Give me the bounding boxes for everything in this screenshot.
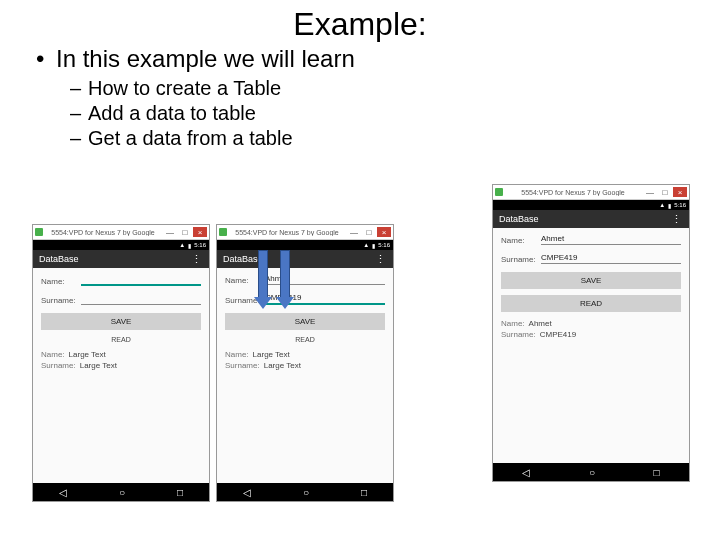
form-area: Name: Surname: <box>33 268 209 305</box>
form-area: Name: Ahmet Surname: CMPE419 <box>493 228 689 264</box>
window-titlebar: 5554:VPD for Nexus 7 by Google — □ × <box>493 185 689 200</box>
output-surname-row: Surname: Large Text <box>33 360 209 371</box>
surname-label: Surname: <box>41 296 77 305</box>
output-name-row: Name: Large Text <box>33 349 209 360</box>
output-name-row: Name: Large Text <box>217 349 393 360</box>
nav-recent-icon[interactable]: □ <box>361 487 367 498</box>
window-buttons: — □ × <box>643 187 687 197</box>
overflow-icon[interactable]: ⋮ <box>375 253 387 266</box>
bullet-lvl1: In this example we will learn <box>56 45 720 73</box>
name-input[interactable]: Ahmet <box>541 234 681 245</box>
minimize-button[interactable]: — <box>163 227 177 237</box>
nav-recent-icon[interactable]: □ <box>654 467 660 478</box>
android-icon <box>35 228 43 236</box>
out-surname-value: Large Text <box>264 361 301 370</box>
output-surname-row: Surname: Large Text <box>217 360 393 371</box>
read-button[interactable]: READ <box>501 295 681 312</box>
battery-icon: ▮ <box>372 242 375 249</box>
emulator-phone-2: 5554:VPD for Nexus 7 by Google — □ × ▲ ▮… <box>216 224 394 502</box>
android-icon <box>219 228 227 236</box>
close-button[interactable]: × <box>193 227 207 237</box>
out-surname-label: Surname: <box>501 330 536 339</box>
window-title: 5554:VPD for Nexus 7 by Google <box>503 189 643 196</box>
battery-icon: ▮ <box>668 202 671 209</box>
app-title: DataBase <box>223 254 263 264</box>
out-surname-label: Surname: <box>41 361 76 370</box>
minimize-button[interactable]: — <box>643 187 657 197</box>
nav-bar: ◁ ○ □ <box>33 483 209 501</box>
app-title: DataBase <box>39 254 79 264</box>
nav-bar: ◁ ○ □ <box>493 463 689 481</box>
nav-recent-icon[interactable]: □ <box>177 487 183 498</box>
surname-label: Surname: <box>501 255 537 264</box>
overflow-icon[interactable]: ⋮ <box>671 213 683 226</box>
save-button[interactable]: SAVE <box>225 313 385 330</box>
bullet-lvl2: Get a data from a table <box>88 127 720 150</box>
maximize-button[interactable]: □ <box>658 187 672 197</box>
bullet-lvl2: Add a data to table <box>88 102 720 125</box>
status-bar: ▲ ▮ 5:16 <box>217 240 393 250</box>
arrow-down-icon <box>258 250 268 300</box>
nav-home-icon[interactable]: ○ <box>303 487 309 498</box>
window-title: 5554:VPD for Nexus 7 by Google <box>43 229 163 236</box>
signal-icon: ▲ <box>179 242 185 248</box>
form-area: Name: Ahmet Surname: CMPE419 <box>217 268 393 305</box>
surname-input[interactable]: CMPE419 <box>541 253 681 264</box>
close-button[interactable]: × <box>377 227 391 237</box>
slide-title: Example: <box>0 6 720 43</box>
window-buttons: — □ × <box>163 227 207 237</box>
slide: Example: In this example we will learn H… <box>0 6 720 540</box>
status-bar: ▲ ▮ 5:16 <box>493 200 689 210</box>
bullet-lvl2: How to create a Table <box>88 77 720 100</box>
save-button[interactable]: SAVE <box>501 272 681 289</box>
close-button[interactable]: × <box>673 187 687 197</box>
out-name-label: Name: <box>41 350 65 359</box>
status-time: 5:16 <box>674 202 686 208</box>
maximize-button[interactable]: □ <box>178 227 192 237</box>
name-field-row: Name: Ahmet <box>225 274 385 285</box>
out-surname-value: Large Text <box>80 361 117 370</box>
read-button[interactable]: READ <box>217 336 393 343</box>
output-surname-row: Surname: CMPE419 <box>493 329 689 340</box>
maximize-button[interactable]: □ <box>362 227 376 237</box>
read-button[interactable]: READ <box>33 336 209 343</box>
overflow-icon[interactable]: ⋮ <box>191 253 203 266</box>
status-time: 5:16 <box>378 242 390 248</box>
surname-field-row: Surname: CMPE419 <box>225 293 385 305</box>
nav-back-icon[interactable]: ◁ <box>243 487 251 498</box>
app-bar: DataBase ⋮ <box>217 250 393 268</box>
out-name-value: Ahmet <box>529 319 552 328</box>
save-button[interactable]: SAVE <box>41 313 201 330</box>
nav-home-icon[interactable]: ○ <box>119 487 125 498</box>
surname-input[interactable] <box>81 294 201 305</box>
out-surname-value: CMPE419 <box>540 330 576 339</box>
status-bar: ▲ ▮ 5:16 <box>33 240 209 250</box>
signal-icon: ▲ <box>363 242 369 248</box>
app-bar: DataBase ⋮ <box>33 250 209 268</box>
out-name-value: Large Text <box>69 350 106 359</box>
surname-field-row: Surname: <box>41 294 201 305</box>
out-surname-label: Surname: <box>225 361 260 370</box>
nav-home-icon[interactable]: ○ <box>589 467 595 478</box>
minimize-button[interactable]: — <box>347 227 361 237</box>
battery-icon: ▮ <box>188 242 191 249</box>
emulator-phone-1: 5554:VPD for Nexus 7 by Google — □ × ▲ ▮… <box>32 224 210 502</box>
status-time: 5:16 <box>194 242 206 248</box>
output-name-row: Name: Ahmet <box>493 318 689 329</box>
window-titlebar: 5554:VPD for Nexus 7 by Google — □ × <box>217 225 393 240</box>
signal-icon: ▲ <box>659 202 665 208</box>
name-input[interactable] <box>81 274 201 286</box>
surname-field-row: Surname: CMPE419 <box>501 253 681 264</box>
window-title: 5554:VPD for Nexus 7 by Google <box>227 229 347 236</box>
nav-bar: ◁ ○ □ <box>217 483 393 501</box>
emulator-phone-3: 5554:VPD for Nexus 7 by Google — □ × ▲ ▮… <box>492 184 690 482</box>
name-field-row: Name: <box>41 274 201 286</box>
window-buttons: — □ × <box>347 227 391 237</box>
nav-back-icon[interactable]: ◁ <box>522 467 530 478</box>
out-name-label: Name: <box>501 319 525 328</box>
app-bar: DataBase ⋮ <box>493 210 689 228</box>
name-field-row: Name: Ahmet <box>501 234 681 245</box>
nav-back-icon[interactable]: ◁ <box>59 487 67 498</box>
window-titlebar: 5554:VPD for Nexus 7 by Google — □ × <box>33 225 209 240</box>
left-phone-group: 5554:VPD for Nexus 7 by Google — □ × ▲ ▮… <box>32 224 394 502</box>
